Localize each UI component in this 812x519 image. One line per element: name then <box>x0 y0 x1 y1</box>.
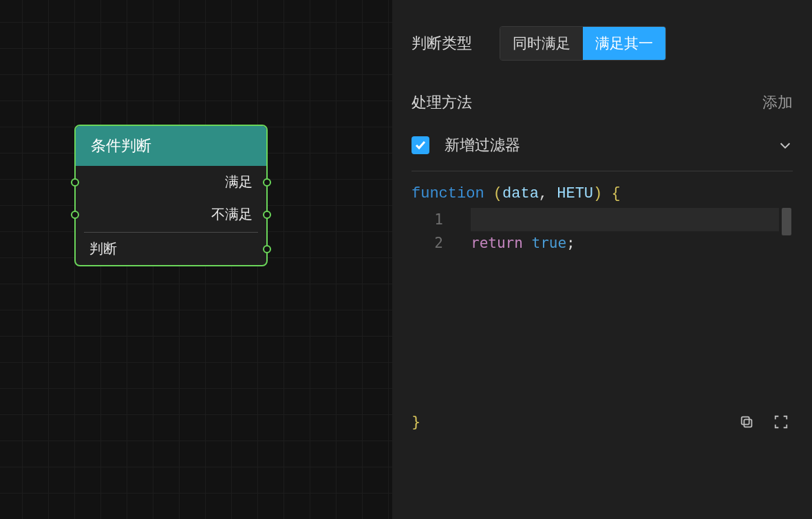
node-output-label: 不满足 <box>211 206 253 222</box>
code-footer: } <box>412 407 793 430</box>
code-keyword: function <box>412 185 484 202</box>
node-bottom-label: 判断 <box>89 241 117 256</box>
code-keyword: return <box>471 235 523 251</box>
copy-icon[interactable] <box>739 414 754 430</box>
port-in-icon[interactable] <box>71 211 79 219</box>
line-number: 2 <box>412 231 443 255</box>
judge-type-row: 判断类型 同时满足 满足其一 <box>412 26 793 61</box>
code-editor[interactable]: 1 2 return true; <box>412 208 793 407</box>
code-signature: function (data, HETU) { <box>412 182 793 208</box>
code-semicolon: ; <box>566 235 575 251</box>
line-gutter: 1 2 <box>412 208 451 255</box>
code-arg: data <box>502 185 539 202</box>
seg-option-any[interactable]: 满足其一 <box>583 27 665 60</box>
divider <box>412 171 793 171</box>
chevron-down-icon[interactable] <box>778 138 793 153</box>
add-method-button[interactable]: 添加 <box>762 92 793 113</box>
line-number: 1 <box>412 208 443 231</box>
port-out-icon[interactable] <box>263 178 271 187</box>
judge-type-label: 判断类型 <box>412 33 472 54</box>
svg-rect-0 <box>744 419 751 427</box>
node-output-unsatisfied: 不满足 <box>76 198 266 231</box>
code-line: return true; <box>471 231 793 255</box>
method-label: 处理方法 <box>412 92 472 113</box>
check-icon <box>415 140 426 151</box>
port-out-icon[interactable] <box>263 245 271 253</box>
filter-checkbox[interactable] <box>412 136 429 154</box>
properties-panel: 判断类型 同时满足 满足其一 处理方法 添加 新增过滤器 function (d… <box>392 0 812 519</box>
code-paren: ) { <box>593 185 621 202</box>
fullscreen-icon[interactable] <box>773 414 789 430</box>
node-title: 条件判断 <box>76 126 266 166</box>
code-literal: true <box>532 235 567 251</box>
port-out-icon[interactable] <box>263 211 271 219</box>
node-bottom-row: 判断 <box>76 233 266 265</box>
flow-canvas[interactable]: 条件判断 满足 不满足 判断 <box>0 0 392 519</box>
filter-row: 新增过滤器 <box>412 135 793 156</box>
port-in-icon[interactable] <box>71 178 79 187</box>
code-comma: , <box>539 185 548 202</box>
code-paren: ( <box>493 185 502 202</box>
svg-rect-1 <box>742 416 749 424</box>
code-block: function (data, HETU) { 1 2 return true;… <box>412 182 793 430</box>
scrollbar-thumb[interactable] <box>782 208 791 235</box>
condition-node[interactable]: 条件判断 满足 不满足 判断 <box>74 125 268 266</box>
code-arg: HETU <box>557 185 593 202</box>
node-output-label: 满足 <box>225 174 253 189</box>
method-row: 处理方法 添加 <box>412 92 793 113</box>
node-output-satisfied: 满足 <box>76 166 266 198</box>
filter-label: 新增过滤器 <box>445 135 520 156</box>
code-close-brace: } <box>412 413 420 430</box>
active-line-highlight <box>471 208 779 231</box>
judge-type-segmented: 同时满足 满足其一 <box>500 26 666 61</box>
seg-option-all[interactable]: 同时满足 <box>500 27 583 60</box>
